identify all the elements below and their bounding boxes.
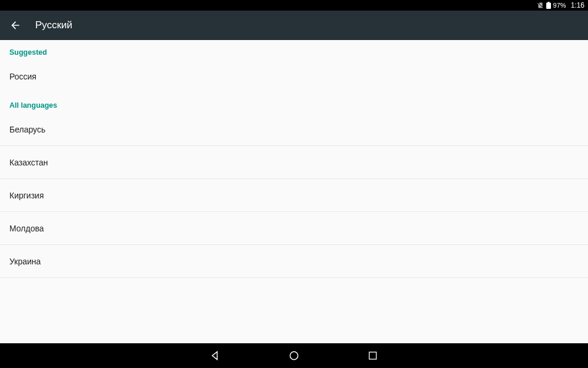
content-scroll[interactable]: Suggested Россия All languages Беларусь … [0,40,588,343]
svg-point-2 [290,352,298,359]
list-item[interactable]: Молдова [0,212,588,245]
list-item[interactable]: Украина [0,245,588,278]
nav-recent-icon[interactable] [366,349,380,363]
list-item[interactable]: Казахстан [0,146,588,179]
list-item-label: Киргизия [9,191,44,200]
battery-icon [546,2,551,9]
no-sim-icon [537,2,544,9]
page-title: Русский [35,19,72,31]
status-bar: 97% 1:16 [0,0,588,11]
battery-percent: 97% [553,2,566,9]
list-item[interactable]: Киргизия [0,179,588,212]
svg-rect-1 [547,2,549,3]
back-arrow-icon[interactable] [9,19,21,31]
list-item[interactable]: Беларусь [0,113,588,146]
svg-rect-0 [546,3,551,9]
svg-rect-3 [369,352,376,359]
section-header-all: All languages [0,93,588,113]
list-item-label: Украина [9,257,41,266]
nav-back-icon[interactable] [208,349,222,363]
navigation-bar [0,343,588,368]
nav-home-icon[interactable] [287,349,301,363]
list-item-label: Россия [9,72,36,81]
list-item-label: Молдова [9,224,44,233]
list-item[interactable]: Россия [0,60,588,93]
app-bar: Русский [0,11,588,40]
list-item-label: Беларусь [9,125,45,134]
status-clock: 1:16 [571,1,584,9]
section-header-suggested: Suggested [0,40,588,60]
list-item-label: Казахстан [9,158,48,167]
